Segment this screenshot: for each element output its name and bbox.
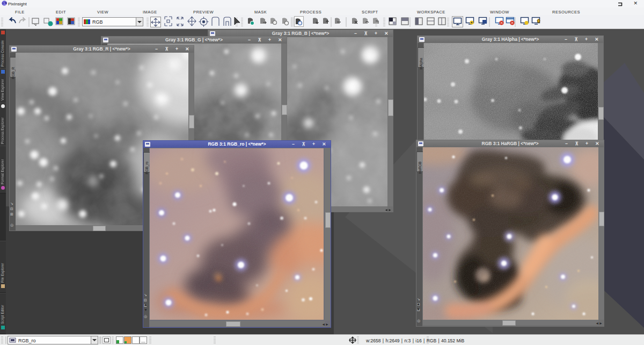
svg-text:w:2658 | h:2649 | n:3 |: w:2658 | h:2649 | n:3 | i16 | RGB | 40.1… [365,338,464,343]
svg-text:RGB_ro: RGB_ro [18,338,36,343]
svg-text:RGB: RGB [92,19,103,25]
